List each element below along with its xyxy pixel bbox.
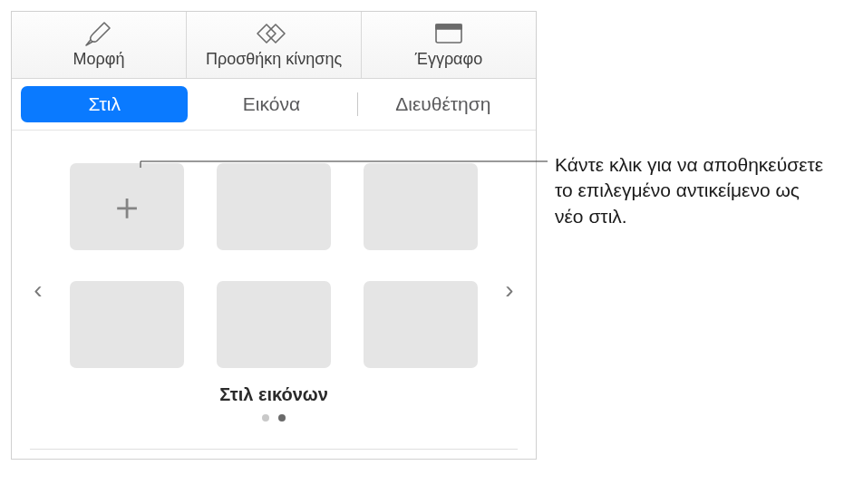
style-thumbnail[interactable] [364,163,478,250]
animate-button[interactable]: Προσθήκη κίνησης [187,12,361,78]
chevron-left-icon[interactable]: ‹ [24,276,52,305]
section-title: Στιλ εικόνων [70,384,478,405]
chevron-right-icon[interactable]: › [496,276,523,305]
animate-label: Προσθήκη κίνησης [206,50,342,69]
page-dot-active[interactable] [278,414,286,422]
divider [30,449,518,450]
tab-image[interactable]: Εικόνα [188,86,354,122]
styles-section: ‹ › ＋ Στιλ εικόνων [12,131,536,449]
tab-style[interactable]: Στιλ [21,86,188,122]
style-thumbnail[interactable] [70,281,184,368]
tab-divider [357,92,358,116]
document-button[interactable]: Έγγραφο [362,12,536,78]
inspector-tabs: Στιλ Εικόνα Διευθέτηση [12,79,536,131]
style-thumbnail[interactable] [217,281,331,368]
paintbrush-icon [83,19,114,48]
style-thumbnails-grid: ＋ [70,163,478,368]
format-label: Μορφή [73,50,125,69]
main-toolbar: Μορφή Προσθήκη κίνησης Έγγραφο [12,12,536,79]
tab-arrange[interactable]: Διευθέτηση [360,86,527,122]
plus-icon: ＋ [108,188,146,226]
format-button[interactable]: Μορφή [12,12,186,78]
callout-text: Κάντε κλικ για να αποθηκεύσετε το επιλεγ… [555,152,827,229]
inspector-panel: Μορφή Προσθήκη κίνησης Έγγραφο [11,11,537,460]
animate-icon [256,19,292,48]
style-thumbnail[interactable] [364,281,478,368]
page-dot[interactable] [262,414,269,422]
svg-rect-1 [436,24,461,29]
document-label: Έγγραφο [415,50,482,69]
add-style-button[interactable]: ＋ [70,163,184,250]
document-icon [433,19,464,48]
page-indicator [70,414,478,422]
style-thumbnail[interactable] [217,163,331,250]
